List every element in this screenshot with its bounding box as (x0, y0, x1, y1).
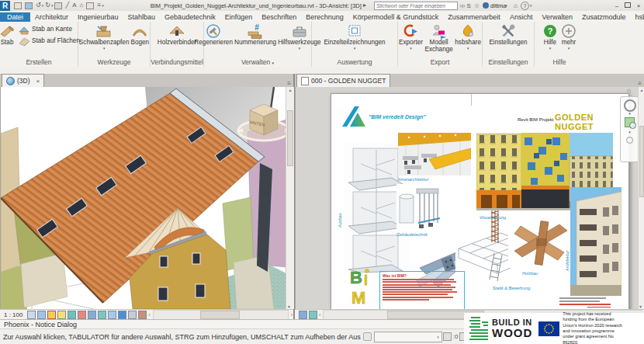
modell-exchange-button[interactable]: Modell Exchange (424, 23, 453, 53)
shadows-icon[interactable] (47, 311, 56, 319)
minimize-button[interactable]: – (611, 2, 622, 9)
tab-einfuegen[interactable]: Einfügen (220, 12, 258, 22)
group-label-verwalten[interactable]: Verwalten ▾ (204, 57, 311, 67)
einzelteilzeichnungen-button[interactable]: Einzelteilzeichnungen ▾ (324, 23, 385, 50)
hsbshare-dropdown-icon[interactable]: ▾ (467, 47, 469, 50)
rendering-dialog-icon[interactable] (57, 311, 66, 319)
exporter-dropdown-icon[interactable]: ▾ (410, 47, 412, 50)
tab-koerpermodell[interactable]: Körpermodell & Grundstück (348, 12, 444, 22)
undo-dropdown-icon[interactable]: ▾ (42, 3, 44, 8)
tab-zusatzmodule[interactable]: Zusatzmodule (577, 12, 631, 22)
nummerierung-button[interactable]: # Nummerierung (234, 23, 276, 47)
reveal-hidden-elements-icon[interactable] (309, 311, 317, 319)
thin-lines-icon[interactable]: ≡ (97, 1, 101, 10)
revit-app-icon[interactable]: R (0, 1, 10, 11)
stab-button[interactable]: Stab (0, 23, 16, 47)
hilfe-dropdown-icon[interactable]: ▾ (549, 47, 552, 50)
app-store-icon[interactable]: ⌂ (514, 2, 518, 9)
tab-gebaeudetechnik[interactable]: Gebäudetechnik (160, 12, 220, 22)
help-menu-icon[interactable]: ? (521, 2, 529, 10)
save-icon[interactable] (25, 2, 33, 9)
einstellungen-button[interactable]: Einstellungen (489, 23, 527, 47)
tab-zusammenarbeit[interactable]: Zusammenarbeit (443, 12, 505, 22)
tab-hsbclt[interactable]: hsbCLT (630, 12, 644, 22)
zoom-region-icon[interactable] (625, 117, 635, 127)
section-icon[interactable] (86, 2, 94, 9)
holzverbinder-button[interactable]: Holzverbinder (158, 23, 197, 47)
tab-berechnung[interactable]: Berechnung (301, 12, 348, 22)
title-play-icon[interactable]: ▸ (363, 1, 366, 10)
viewport-sheet[interactable]: "BIM veredelt Design" Revit BIM Projekt … (295, 87, 644, 309)
tab-stahlbau[interactable]: Stahlbau (123, 12, 161, 22)
scroll-right-icon[interactable]: › (291, 312, 293, 318)
text-tool-icon[interactable]: A (72, 1, 76, 10)
view-tab-close-icon[interactable]: × (36, 78, 40, 85)
user-dropdown-icon[interactable]: ▾ (506, 3, 508, 8)
sheet-golden-nugget[interactable]: "BIM veredelt Design" Revit BIM Projekt … (331, 93, 629, 309)
steering-wheel-icon[interactable] (624, 99, 636, 112)
qat-customize-icon[interactable]: ▾ (102, 3, 104, 8)
search-exchange-icon[interactable]: ○○ (459, 2, 464, 9)
user-avatar[interactable] (483, 2, 489, 9)
temporary-hide-isolate-icon[interactable] (299, 311, 307, 319)
view-scale[interactable]: 1 : 100 (4, 311, 23, 318)
visual-style-icon[interactable] (27, 311, 36, 319)
communication-center-icon[interactable]: S (467, 2, 471, 9)
navbar-home-icon[interactable]: ⌂ (627, 87, 631, 94)
restore-button[interactable] (622, 2, 633, 9)
stab-auf-flaechen-button[interactable]: Stab auf Flächen (19, 35, 80, 47)
default-3d-view-icon[interactable]: ⌂ (80, 1, 84, 10)
filter-icon[interactable] (443, 332, 452, 341)
vertical-scrollbar-right[interactable]: ▴ ▾ (638, 87, 644, 309)
tab-verwalten[interactable]: Verwalten (537, 12, 577, 22)
hsbshare-button[interactable]: hsbshare ▾ (455, 23, 481, 50)
tab-beschriften[interactable]: Beschriften (257, 12, 301, 22)
help-dropdown-icon[interactable]: ▾ (530, 3, 532, 8)
hilfe-button[interactable]: ? Hilfe ▾ (542, 23, 559, 50)
view-tab-3d[interactable]: (3D) × (2, 74, 44, 87)
mehr-dropdown-icon[interactable]: ▾ (568, 47, 570, 50)
wheel-dropdown-icon[interactable]: ▾ (628, 112, 631, 115)
stab-an-kante-button[interactable]: Stab an Kante (19, 23, 80, 35)
exporter-button[interactable]: Exporter ▾ (399, 23, 423, 50)
displacement-sets-icon[interactable] (128, 311, 137, 319)
3d-model-canvas[interactable]: HINTEN (1, 87, 286, 309)
print-icon[interactable] (54, 2, 62, 9)
zoom-dropdown-icon[interactable]: ▾ (628, 130, 631, 134)
sun-path-icon[interactable] (37, 311, 46, 319)
navbar-more-icon[interactable] (626, 137, 633, 144)
redo-dropdown-icon[interactable]: ▾ (51, 3, 54, 8)
schwalbenzapfen-dropdown-icon[interactable]: ▾ (103, 47, 106, 50)
reveal-hidden-elements-icon[interactable] (98, 311, 106, 319)
viewport-3d[interactable]: HINTEN ▴ ▾ (0, 87, 294, 309)
search-input[interactable] (374, 2, 458, 10)
vertical-scrollbar-left[interactable]: ▴ ▾ (286, 87, 294, 309)
redo-icon[interactable]: ↻ (45, 1, 50, 10)
temporary-hide-isolate-icon[interactable] (88, 311, 96, 319)
open-file-icon[interactable] (14, 2, 22, 9)
scroll-left-icon[interactable]: ‹ (319, 312, 320, 318)
bogen-button[interactable]: Bogen (130, 23, 149, 47)
regenerieren-button[interactable]: Regenerieren (194, 23, 233, 47)
hilfswerkzeuge-dropdown-icon[interactable]: ▾ (299, 47, 301, 50)
signed-in-user[interactable]: dittma (490, 2, 506, 9)
tab-architektur[interactable]: Architektur (30, 12, 73, 22)
tab-ingenieurbau[interactable]: Ingenieurbau (73, 12, 123, 22)
temporary-view-properties-icon[interactable] (108, 311, 116, 319)
einzelteilzeichnungen-dropdown-icon[interactable]: ▾ (354, 47, 356, 50)
analytical-model-icon[interactable] (118, 311, 126, 319)
crop-view-icon[interactable] (68, 311, 76, 319)
tab-datei[interactable]: Datei (0, 12, 30, 22)
schwalbenzapfen-button[interactable]: Schwalbenzapfen ▾ (79, 23, 130, 50)
tab-ansicht[interactable]: Ansicht (505, 12, 538, 22)
reveal-constraints-icon[interactable] (138, 311, 147, 319)
scroll-left-icon[interactable]: ‹ (148, 312, 150, 318)
mehr-button[interactable]: mehr ▾ (560, 23, 577, 50)
workset-select[interactable]: ▾ (374, 332, 442, 342)
tab-overflow-icon-right[interactable]: ≡ (638, 80, 642, 87)
tab-overflow-icon-left[interactable]: ≡ (287, 80, 291, 87)
view-tab-sheet[interactable]: 000 - GOLDEN NUGGET (296, 74, 390, 87)
favorites-icon[interactable]: ☆ (474, 2, 480, 9)
undo-icon[interactable]: ↺ (36, 1, 41, 10)
close-button[interactable]: × (633, 2, 644, 9)
